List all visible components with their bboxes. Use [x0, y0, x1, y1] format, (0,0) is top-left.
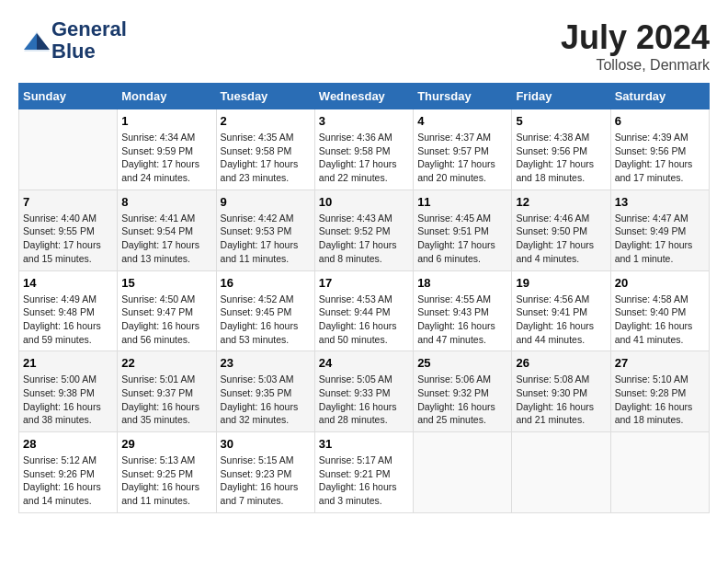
day-info: Sunrise: 5:12 AMSunset: 9:26 PMDaylight:…: [23, 454, 101, 506]
calendar-cell: 14 Sunrise: 4:49 AMSunset: 9:48 PMDaylig…: [19, 270, 118, 351]
day-info: Sunrise: 5:03 AMSunset: 9:35 PMDaylight:…: [221, 373, 299, 425]
day-number: 9: [221, 195, 311, 209]
day-info: Sunrise: 4:55 AMSunset: 9:43 PMDaylight:…: [417, 293, 495, 345]
calendar-table: SundayMondayTuesdayWednesdayThursdayFrid…: [18, 83, 710, 513]
calendar-cell: 7 Sunrise: 4:40 AMSunset: 9:55 PMDayligh…: [19, 190, 118, 270]
calendar-cell: 10 Sunrise: 4:43 AMSunset: 9:52 PMDaylig…: [314, 190, 413, 270]
calendar-cell: 5 Sunrise: 4:38 AMSunset: 9:56 PMDayligh…: [512, 109, 610, 190]
day-number: 30: [221, 437, 311, 451]
calendar-cell: [512, 432, 610, 513]
day-info: Sunrise: 4:38 AMSunset: 9:56 PMDaylight:…: [516, 132, 594, 183]
day-info: Sunrise: 4:52 AMSunset: 9:45 PMDaylight:…: [221, 293, 299, 345]
day-number: 6: [615, 114, 705, 128]
day-number: 11: [417, 195, 507, 209]
calendar-cell: 20 Sunrise: 4:58 AMSunset: 9:40 PMDaylig…: [610, 270, 709, 351]
day-info: Sunrise: 4:43 AMSunset: 9:52 PMDaylight:…: [319, 213, 397, 264]
calendar-cell: 15 Sunrise: 4:50 AMSunset: 9:47 PMDaylig…: [118, 270, 216, 351]
page-header: General Blue July 2024 Tollose, Denmark: [18, 18, 710, 74]
calendar-cell: 17 Sunrise: 4:53 AMSunset: 9:44 PMDaylig…: [314, 270, 413, 351]
day-info: Sunrise: 5:00 AMSunset: 9:38 PMDaylight:…: [23, 373, 101, 425]
logo: General Blue: [18, 18, 127, 63]
day-info: Sunrise: 5:05 AMSunset: 9:33 PMDaylight:…: [319, 373, 397, 425]
calendar-cell: 16 Sunrise: 4:52 AMSunset: 9:45 PMDaylig…: [216, 270, 314, 351]
day-info: Sunrise: 5:01 AMSunset: 9:37 PMDaylight:…: [121, 373, 199, 425]
day-number: 18: [417, 276, 507, 290]
day-info: Sunrise: 4:58 AMSunset: 9:40 PMDaylight:…: [615, 293, 693, 345]
calendar-week-3: 14 Sunrise: 4:49 AMSunset: 9:48 PMDaylig…: [19, 270, 710, 351]
calendar-cell: 18 Sunrise: 4:55 AMSunset: 9:43 PMDaylig…: [414, 270, 512, 351]
calendar-cell: 19 Sunrise: 4:56 AMSunset: 9:41 PMDaylig…: [512, 270, 610, 351]
day-info: Sunrise: 4:49 AMSunset: 9:48 PMDaylight:…: [23, 293, 101, 345]
day-info: Sunrise: 4:53 AMSunset: 9:44 PMDaylight:…: [319, 293, 397, 345]
day-info: Sunrise: 4:46 AMSunset: 9:50 PMDaylight:…: [516, 213, 594, 264]
day-info: Sunrise: 4:42 AMSunset: 9:53 PMDaylight:…: [221, 213, 299, 264]
day-number: 3: [319, 114, 409, 128]
calendar-cell: 4 Sunrise: 4:37 AMSunset: 9:57 PMDayligh…: [414, 109, 512, 190]
calendar-cell: 6 Sunrise: 4:39 AMSunset: 9:56 PMDayligh…: [610, 109, 709, 190]
day-info: Sunrise: 5:15 AMSunset: 9:23 PMDaylight:…: [221, 454, 299, 506]
day-number: 8: [121, 195, 211, 209]
calendar-cell: 29 Sunrise: 5:13 AMSunset: 9:25 PMDaylig…: [118, 432, 216, 513]
day-number: 27: [615, 356, 705, 370]
weekday-header-sunday: Sunday: [19, 84, 118, 109]
day-info: Sunrise: 4:45 AMSunset: 9:51 PMDaylight:…: [417, 213, 495, 264]
svg-marker-3: [37, 33, 50, 50]
calendar-cell: 12 Sunrise: 4:46 AMSunset: 9:50 PMDaylig…: [512, 190, 610, 270]
calendar-cell: 26 Sunrise: 5:08 AMSunset: 9:30 PMDaylig…: [512, 351, 610, 432]
day-info: Sunrise: 5:17 AMSunset: 9:21 PMDaylight:…: [319, 454, 397, 506]
weekday-header-saturday: Saturday: [610, 84, 709, 109]
calendar-cell: 27 Sunrise: 5:10 AMSunset: 9:28 PMDaylig…: [610, 351, 709, 432]
calendar-cell: 3 Sunrise: 4:36 AMSunset: 9:58 PMDayligh…: [314, 109, 413, 190]
calendar-cell: 23 Sunrise: 5:03 AMSunset: 9:35 PMDaylig…: [216, 351, 314, 432]
day-number: 26: [516, 356, 606, 370]
day-number: 25: [417, 356, 507, 370]
day-number: 16: [221, 276, 311, 290]
day-info: Sunrise: 4:40 AMSunset: 9:55 PMDaylight:…: [23, 213, 101, 264]
title-block: July 2024 Tollose, Denmark: [561, 18, 710, 74]
day-info: Sunrise: 4:34 AMSunset: 9:59 PMDaylight:…: [121, 132, 199, 183]
weekday-header-friday: Friday: [512, 84, 610, 109]
calendar-cell: [610, 432, 709, 513]
day-number: 19: [516, 276, 606, 290]
day-number: 17: [319, 276, 409, 290]
day-number: 1: [121, 114, 211, 128]
calendar-cell: 9 Sunrise: 4:42 AMSunset: 9:53 PMDayligh…: [216, 190, 314, 270]
day-number: 10: [319, 195, 409, 209]
weekday-header-tuesday: Tuesday: [216, 84, 314, 109]
weekday-header-thursday: Thursday: [414, 84, 512, 109]
calendar-week-5: 28 Sunrise: 5:12 AMSunset: 9:26 PMDaylig…: [19, 432, 710, 513]
calendar-cell: 2 Sunrise: 4:35 AMSunset: 9:58 PMDayligh…: [216, 109, 314, 190]
day-info: Sunrise: 5:13 AMSunset: 9:25 PMDaylight:…: [121, 454, 199, 506]
calendar-week-1: 1 Sunrise: 4:34 AMSunset: 9:59 PMDayligh…: [19, 109, 710, 190]
weekday-header-wednesday: Wednesday: [314, 84, 413, 109]
day-number: 12: [516, 195, 606, 209]
day-info: Sunrise: 4:56 AMSunset: 9:41 PMDaylight:…: [516, 293, 594, 345]
logo-icon: [18, 24, 51, 57]
location: Tollose, Denmark: [561, 57, 710, 74]
day-number: 31: [319, 437, 409, 451]
calendar-cell: 25 Sunrise: 5:06 AMSunset: 9:32 PMDaylig…: [414, 351, 512, 432]
calendar-cell: 28 Sunrise: 5:12 AMSunset: 9:26 PMDaylig…: [19, 432, 118, 513]
calendar-cell: 30 Sunrise: 5:15 AMSunset: 9:23 PMDaylig…: [216, 432, 314, 513]
day-info: Sunrise: 5:08 AMSunset: 9:30 PMDaylight:…: [516, 373, 594, 425]
day-number: 7: [23, 195, 113, 209]
calendar-cell: 31 Sunrise: 5:17 AMSunset: 9:21 PMDaylig…: [314, 432, 413, 513]
day-number: 15: [121, 276, 211, 290]
calendar-cell: 11 Sunrise: 4:45 AMSunset: 9:51 PMDaylig…: [414, 190, 512, 270]
day-number: 2: [221, 114, 311, 128]
day-info: Sunrise: 4:47 AMSunset: 9:49 PMDaylight:…: [615, 213, 693, 264]
logo-text: General Blue: [51, 18, 127, 63]
calendar-cell: 21 Sunrise: 5:00 AMSunset: 9:38 PMDaylig…: [19, 351, 118, 432]
calendar-cell: [19, 109, 118, 190]
day-info: Sunrise: 4:50 AMSunset: 9:47 PMDaylight:…: [121, 293, 199, 345]
calendar-cell: 13 Sunrise: 4:47 AMSunset: 9:49 PMDaylig…: [610, 190, 709, 270]
day-number: 23: [221, 356, 311, 370]
day-info: Sunrise: 4:36 AMSunset: 9:58 PMDaylight:…: [319, 132, 397, 183]
day-number: 4: [417, 114, 507, 128]
calendar-cell: [414, 432, 512, 513]
month-year: July 2024: [561, 18, 710, 57]
calendar-cell: 8 Sunrise: 4:41 AMSunset: 9:54 PMDayligh…: [118, 190, 216, 270]
weekday-header-monday: Monday: [118, 84, 216, 109]
day-number: 14: [23, 276, 113, 290]
calendar-cell: 24 Sunrise: 5:05 AMSunset: 9:33 PMDaylig…: [314, 351, 413, 432]
